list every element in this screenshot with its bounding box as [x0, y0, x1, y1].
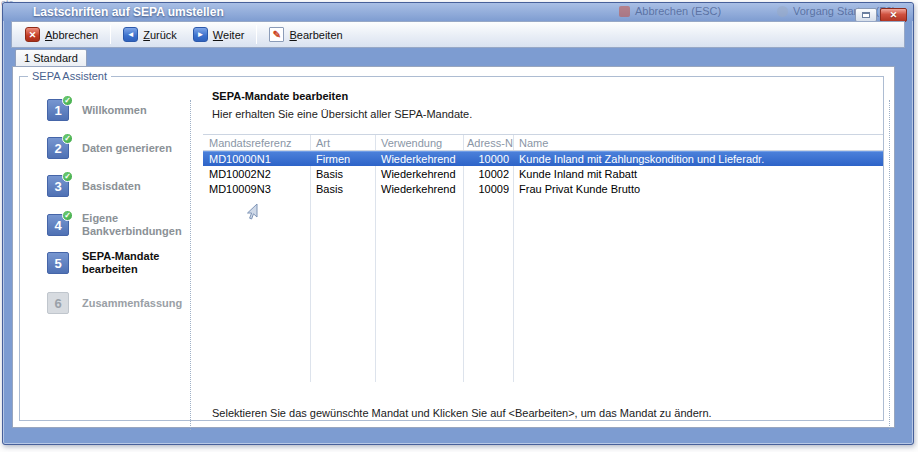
arrow-left-icon: ◄	[123, 27, 138, 42]
step-label: Eigene Bankverbindungen	[82, 212, 186, 238]
bearbeiten-label: Bearbeiten	[289, 29, 342, 41]
check-icon: ✓	[62, 133, 73, 144]
ghost-cancel-icon	[619, 6, 630, 17]
abbrechen-button[interactable]: ✕ Abbrechen	[17, 24, 106, 46]
wizard-step-2[interactable]: 2 ✓ Daten generieren	[47, 137, 186, 159]
step-label: Willkommen	[82, 104, 186, 117]
window-title: Lastschriften auf SEPA umstellen	[33, 5, 224, 19]
column-header[interactable]: Mandatsreferenz	[203, 137, 310, 149]
sepa-assistent-groupbox: SEPA Assistent 1 ✓ Willkommen 2 ✓ Daten …	[19, 76, 884, 421]
column-header[interactable]: Adress-Nr.	[463, 137, 513, 149]
step-label: Daten generieren	[82, 142, 186, 155]
table-cell: MD10002N2	[203, 168, 310, 180]
table-cell: MD10009N3	[203, 183, 310, 195]
groupbox-label: SEPA Assistent	[28, 70, 111, 82]
check-icon: ✓	[62, 210, 73, 221]
table-cell: Wiederkehrend	[375, 168, 463, 180]
mandate-table: MandatsreferenzArtVerwendungAdress-Nr.Na…	[203, 134, 883, 381]
arrow-right-icon: ►	[193, 27, 208, 42]
toolbar-separator	[256, 25, 257, 44]
check-icon: ✓	[62, 171, 73, 182]
step-label: Zusammenfassung	[82, 297, 186, 310]
content-heading: SEPA-Mandate bearbeiten	[212, 90, 348, 102]
step-label: SEPA-Mandate bearbeiten	[82, 250, 186, 276]
ghost-cancel-label: Abbrechen (ESC)	[635, 5, 721, 17]
restore-button[interactable]	[855, 8, 877, 22]
left-dotted-separator	[190, 100, 191, 430]
wizard-step-3[interactable]: 3 ✓ Basisdaten	[47, 175, 186, 197]
table-cell: Basis	[310, 183, 375, 195]
check-icon: ✓	[62, 95, 73, 106]
column-header[interactable]: Verwendung	[375, 137, 463, 149]
toolbar-separator	[110, 25, 111, 44]
close-icon: ✕	[890, 10, 898, 20]
wizard-panel: SEPA Assistent 1 ✓ Willkommen 2 ✓ Daten …	[12, 66, 895, 428]
table-cell: Wiederkehrend	[375, 183, 463, 195]
table-cell: Kunde Inland mit Rabatt	[513, 168, 883, 180]
table-row[interactable]: MD10000N1FirmenWiederkehrend10000Kunde I…	[203, 151, 883, 166]
wizard-step-4[interactable]: 4 ✓ Eigene Bankverbindungen	[47, 212, 186, 238]
wizard-step-6[interactable]: 6 Zusammenfassung	[47, 292, 186, 314]
content-subtitle: Hier erhalten Sie eine Übersicht aller S…	[212, 108, 472, 120]
right-dotted-separator	[889, 100, 890, 430]
wizard-step-5[interactable]: 5 SEPA-Mandate bearbeiten	[47, 250, 186, 276]
footer-hint: Selektieren Sie das gewünschte Mandat un…	[212, 407, 712, 419]
table-cell: 10009	[463, 183, 513, 195]
ghost-start-icon	[777, 6, 788, 17]
wizard-step-1[interactable]: 1 ✓ Willkommen	[47, 99, 186, 121]
table-cell: 10002	[463, 168, 513, 180]
table-cell: Wiederkehrend	[375, 153, 463, 165]
abbrechen-label: Abbrechen	[45, 29, 98, 41]
title-bar: Abbrechen (ESC) Vorgang Starten (F9) Las…	[3, 3, 913, 21]
weiter-button[interactable]: ► Weiter	[185, 24, 253, 46]
toolbar: ✕ Abbrechen ◄ Zurück ► Weiter ✎ Bearbeit…	[11, 21, 905, 48]
bearbeiten-button[interactable]: ✎ Bearbeiten	[261, 24, 350, 46]
table-cell: Firmen	[310, 153, 375, 165]
table-cell: Basis	[310, 168, 375, 180]
dialog-window: Abbrechen (ESC) Vorgang Starten (F9) Las…	[2, 2, 914, 445]
table-cell: Frau Privat Kunde Brutto	[513, 183, 883, 195]
table-header: MandatsreferenzArtVerwendungAdress-Nr.Na…	[203, 135, 883, 151]
zurueck-label: Zurück	[143, 29, 177, 41]
table-cell: Kunde Inland mit Zahlungskondition und L…	[513, 153, 883, 165]
table-cell: 10000	[463, 153, 513, 165]
tab-standard[interactable]: 1 Standard	[15, 49, 87, 67]
weiter-label: Weiter	[213, 29, 245, 41]
close-button[interactable]: ✕	[880, 8, 907, 22]
restore-icon	[862, 12, 870, 18]
step-label: Basisdaten	[82, 180, 186, 193]
zurueck-button[interactable]: ◄ Zurück	[115, 24, 185, 46]
column-header[interactable]: Art	[310, 137, 375, 149]
cancel-x-icon: ✕	[25, 27, 40, 42]
column-header[interactable]: Name	[513, 137, 883, 149]
edit-pencil-icon: ✎	[269, 27, 284, 42]
table-row[interactable]: MD10009N3BasisWiederkehrend10009Frau Pri…	[203, 181, 883, 196]
table-row[interactable]: MD10002N2BasisWiederkehrend10002Kunde In…	[203, 166, 883, 181]
table-cell: MD10000N1	[203, 153, 310, 165]
